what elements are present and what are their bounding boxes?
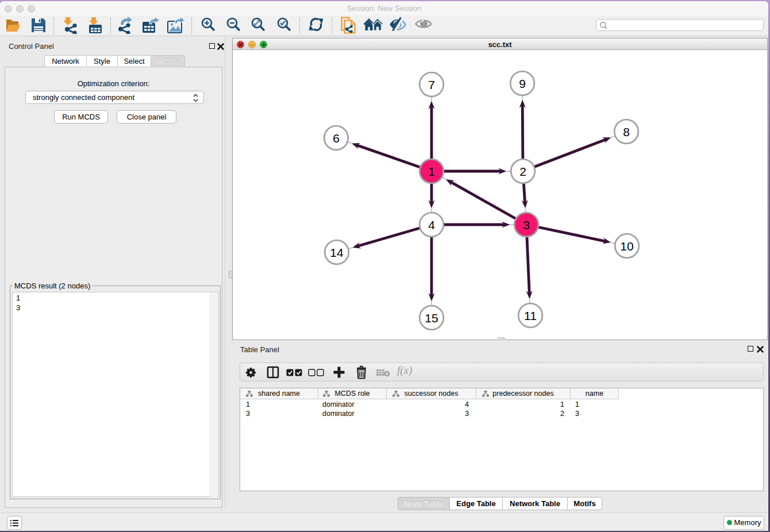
svg-text:11: 11 (524, 309, 537, 322)
svg-text:15: 15 (425, 311, 438, 325)
svg-text:3: 3 (523, 218, 530, 232)
svg-text:2: 2 (519, 165, 526, 178)
svg-text:8: 8 (623, 125, 630, 138)
svg-text:7: 7 (428, 78, 435, 91)
svg-text:4: 4 (428, 218, 435, 232)
svg-text:14: 14 (330, 246, 344, 259)
svg-text:1: 1 (428, 165, 435, 178)
svg-text:10: 10 (620, 240, 633, 253)
svg-text:9: 9 (519, 77, 526, 90)
svg-text:6: 6 (333, 132, 340, 145)
